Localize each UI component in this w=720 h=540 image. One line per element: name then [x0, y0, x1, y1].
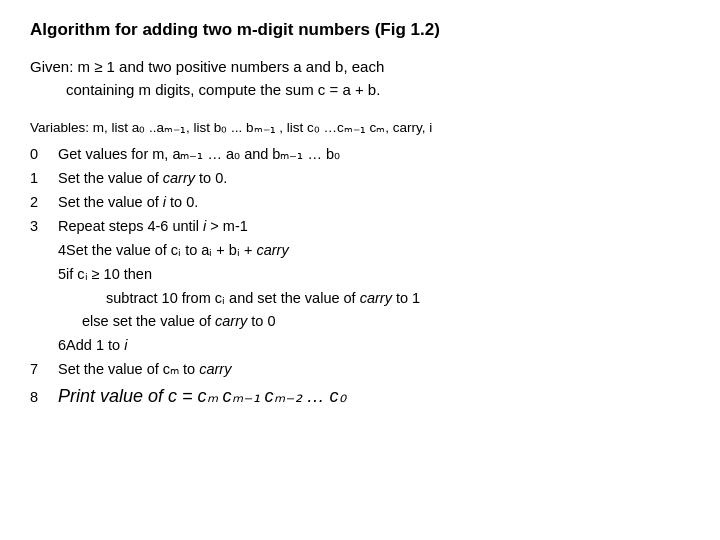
given-section: Given: m ≥ 1 and two positive numbers a …	[30, 56, 690, 101]
algorithm-step-9: 7Set the value of cₘ to carry	[30, 358, 690, 382]
algorithm-steps: 0Get values for m, aₘ₋₁ … a₀ and bₘ₋₁ … …	[30, 143, 690, 412]
algorithm-step-4: 4Set the value of cᵢ to aᵢ + bᵢ + carry	[30, 239, 690, 263]
step-content: Print value of c = cₘ cₘ₋₁ cₘ₋₂ … c₀	[58, 382, 690, 412]
algorithm-step-10: 8Print value of c = cₘ cₘ₋₁ cₘ₋₂ … c₀	[30, 382, 690, 412]
algorithm-step-1: 1Set the value of carry to 0.	[30, 167, 690, 191]
page-title: Algorithm for adding two m-digit numbers…	[30, 20, 690, 40]
step-content: subtract 10 from cᵢ and set the value of…	[106, 287, 690, 311]
step-content: Set the value of i to 0.	[58, 191, 690, 215]
step-number: 6	[30, 334, 66, 358]
step-content: if cᵢ ≥ 10 then	[66, 263, 690, 287]
algorithm-step-6: subtract 10 from cᵢ and set the value of…	[30, 287, 690, 311]
step-number: 7	[30, 358, 58, 382]
step-number: 1	[30, 167, 58, 191]
given-line2: containing m digits, compute the sum c =…	[30, 81, 380, 98]
step-content: else set the value of carry to 0	[82, 310, 690, 334]
variables-line: Variables: m, list a₀ ..aₘ₋₁, list b₀ ..…	[30, 119, 690, 135]
main-content: Algorithm for adding two m-digit numbers…	[0, 0, 720, 432]
step-number: 5	[30, 263, 66, 287]
algorithm-step-3: 3Repeat steps 4-6 until i > m-1	[30, 215, 690, 239]
step-content: Set the value of cₘ to carry	[58, 358, 690, 382]
algorithm-step-0: 0Get values for m, aₘ₋₁ … a₀ and bₘ₋₁ … …	[30, 143, 690, 167]
algorithm-step-8: 6Add 1 to i	[30, 334, 690, 358]
step-content: Set the value of carry to 0.	[58, 167, 690, 191]
step-number: 0	[30, 143, 58, 167]
step-content: Repeat steps 4-6 until i > m-1	[58, 215, 690, 239]
given-line1: Given: m ≥ 1 and two positive numbers a …	[30, 58, 384, 75]
step-content: Set the value of cᵢ to aᵢ + bᵢ + carry	[66, 239, 690, 263]
step-number: 2	[30, 191, 58, 215]
step-number: 8	[30, 386, 58, 410]
step-number: 4	[30, 239, 66, 263]
step-content: Get values for m, aₘ₋₁ … a₀ and bₘ₋₁ … b…	[58, 143, 690, 167]
step-number: 3	[30, 215, 58, 239]
algorithm-step-5: 5if cᵢ ≥ 10 then	[30, 263, 690, 287]
step-content: Add 1 to i	[66, 334, 690, 358]
algorithm-step-7: else set the value of carry to 0	[30, 310, 690, 334]
algorithm-step-2: 2Set the value of i to 0.	[30, 191, 690, 215]
